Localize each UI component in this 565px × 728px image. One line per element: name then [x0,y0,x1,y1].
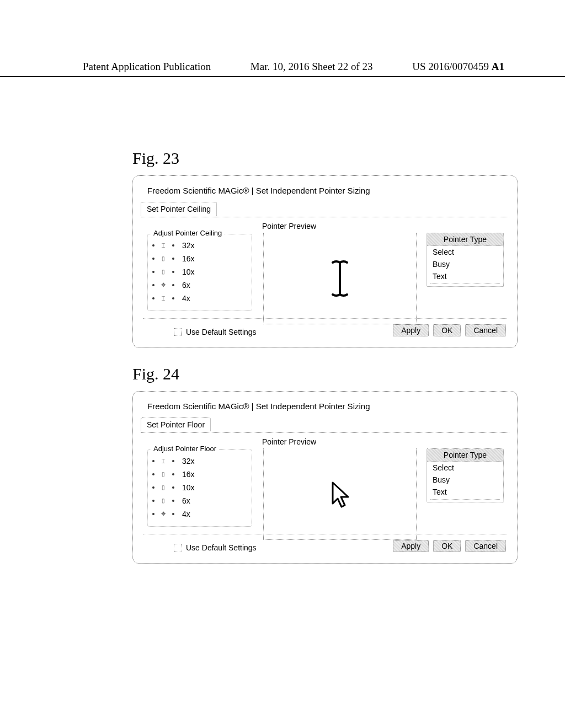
cursor-mini-icon: ✥ [159,282,168,288]
pointer-type-item-select[interactable]: Select [427,246,503,258]
tick-dot-icon [172,258,174,260]
slider-tick-selected[interactable]: ✥ 6x [152,279,247,292]
page-header: Patent Application Publication Mar. 10, … [0,0,565,77]
tick-dot-icon [172,297,174,299]
pointer-type-item-busy[interactable]: Busy [427,474,503,486]
slider-value: 10x [182,483,195,492]
tick-dot-icon [172,486,174,489]
tick-dot-icon [172,513,174,515]
tick-dot-icon [172,473,174,475]
tick-dot-icon [152,486,154,489]
header-left: Patent Application Publication [83,61,211,73]
tick-dot-icon [172,271,174,273]
slider-legend: Adjust Pointer Floor [151,445,218,453]
dialog-title: Freedom Scientific MAGic® | Set Independ… [147,186,509,195]
cancel-button[interactable]: Cancel [465,324,506,336]
tick-dot-icon [152,244,154,247]
apply-button[interactable]: Apply [393,324,429,336]
pointer-preview-box [263,448,417,540]
divider [430,283,500,284]
tab-body: Pointer Preview Adjust Pointer Floor ⌶ 3… [141,437,509,553]
divider [143,318,507,319]
pointer-type-header: Pointer Type [427,233,503,246]
slider-legend: Adjust Pointer Ceiling [151,229,224,237]
dialog-button-row: Apply OK Cancel [393,324,506,336]
text-cursor-icon [328,259,351,298]
pointer-type-item-text[interactable]: Text [427,270,503,282]
tick-dot-icon [152,284,154,286]
use-default-label: Use Default Settings [186,328,257,336]
header-right-prefix: US 2016/0070459 [412,61,492,72]
cursor-mini-icon: ⌶ [159,296,168,301]
tick-dot-icon [172,460,174,462]
pointer-type-list: Pointer Type Select Busy Text [427,448,504,502]
pointer-type-header: Pointer Type [427,449,503,462]
cursor-mini-icon: ▯ [159,256,168,261]
slider-tick[interactable]: ▯ 10x [152,481,247,494]
arrow-cursor-icon [327,479,353,509]
pointer-preview-box [263,233,417,324]
slider-tick[interactable]: ⌶ 4x [152,292,247,305]
cancel-button[interactable]: Cancel [465,540,506,552]
pointer-type-item-text[interactable]: Text [427,486,503,498]
adjust-pointer-floor-group: Adjust Pointer Floor ⌶ 32x ▯ 16x ▯ [147,449,252,527]
slider-tick[interactable]: ▯ 10x [152,265,247,279]
tick-dot-icon [152,500,154,502]
tick-dot-icon [152,460,154,462]
tick-dot-icon [152,297,154,299]
cursor-mini-icon: ⌶ [159,243,168,248]
cursor-mini-icon: ✥ [159,511,168,517]
apply-button[interactable]: Apply [393,540,429,552]
header-mid: Mar. 10, 2016 Sheet 22 of 23 [250,61,373,73]
dialog-button-row: Apply OK Cancel [393,540,506,552]
checkbox-icon[interactable] [174,544,182,552]
tick-dot-icon [172,244,174,247]
figure-label-23: Fig. 23 [132,149,504,168]
cursor-mini-icon: ⌶ [159,458,168,464]
cursor-mini-icon: ▯ [159,485,168,490]
cursor-mini-icon: ▯ [159,269,168,275]
dialog-title: Freedom Scientific MAGic® | Set Independ… [147,402,509,411]
slider-value: 6x [182,496,190,505]
pointer-type-item-select[interactable]: Select [427,462,503,474]
tick-dot-icon [172,284,174,286]
slider-value: 4x [182,510,190,518]
figure-label-24: Fig. 24 [132,365,504,383]
slider-tick[interactable]: ▯ 6x [152,494,247,507]
slider-value: 6x [182,281,190,290]
use-default-label: Use Default Settings [186,543,257,552]
ok-button[interactable]: OK [433,324,461,336]
tab-set-pointer-floor[interactable]: Set Pointer Floor [141,417,211,431]
dialog-fig24: Freedom Scientific MAGic® | Set Independ… [132,391,518,564]
slider-tick[interactable]: ▯ 16x [152,252,247,265]
tab-bar: Set Pointer Floor [141,416,509,433]
adjust-pointer-ceiling-group: Adjust Pointer Ceiling ⌶ 32x ▯ 16x ▯ [147,234,252,311]
checkbox-icon[interactable] [174,328,182,336]
divider [143,534,507,534]
slider-value: 16x [182,254,195,263]
pointer-type-list: Pointer Type Select Busy Text [427,233,504,287]
ok-button[interactable]: OK [433,540,461,552]
cursor-mini-icon: ▯ [159,472,168,477]
slider-value: 4x [182,294,190,303]
use-default-settings-row[interactable]: Use Default Settings [174,328,257,336]
slider-tick-selected[interactable]: ✥ 4x [152,507,247,521]
tick-dot-icon [152,513,154,515]
preview-header: Pointer Preview [262,437,509,446]
pointer-type-item-busy[interactable]: Busy [427,258,503,270]
slider-value: 10x [182,267,195,276]
slider-tick[interactable]: ▯ 16x [152,468,247,481]
slider-value: 16x [182,470,195,479]
preview-header: Pointer Preview [262,222,509,231]
tick-dot-icon [172,500,174,502]
cursor-mini-icon: ▯ [159,498,168,504]
divider [430,499,500,500]
tab-body: Pointer Preview Adjust Pointer Ceiling ⌶… [141,222,509,338]
use-default-settings-row[interactable]: Use Default Settings [174,543,257,552]
tab-set-pointer-ceiling[interactable]: Set Pointer Ceiling [141,202,217,216]
slider-tick[interactable]: ⌶ 32x [152,239,247,252]
header-right: US 2016/0070459 A1 [412,61,504,73]
slider-tick[interactable]: ⌶ 32x [152,454,247,468]
tab-bar: Set Pointer Ceiling [141,201,509,217]
tick-dot-icon [152,271,154,273]
